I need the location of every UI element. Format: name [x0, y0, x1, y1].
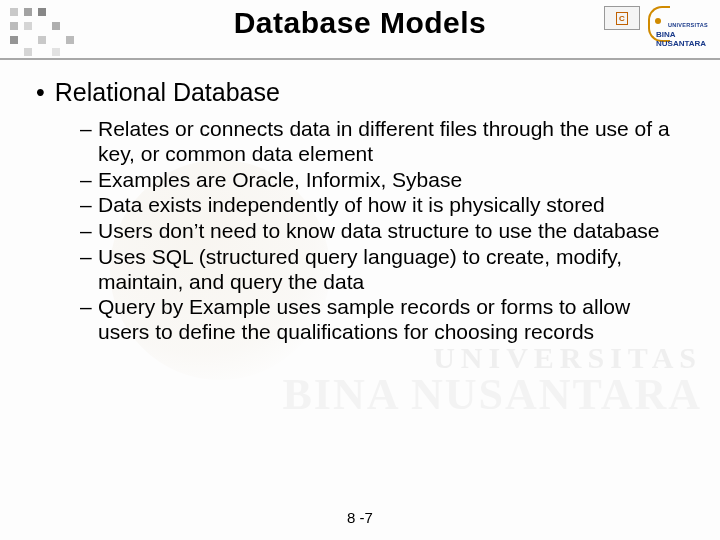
slide-header: Database Models C UNIVERSITAS BINA NUSAN…	[0, 0, 720, 60]
slide: Database Models C UNIVERSITAS BINA NUSAN…	[0, 0, 720, 540]
topic-heading: • Relational Database	[36, 78, 684, 107]
list-item: –Data exists independently of how it is …	[80, 193, 684, 218]
slide-number: 8 -7	[0, 509, 720, 526]
list-item: –Examples are Oracle, Informix, Sybase	[80, 168, 684, 193]
list-item: –Users don’t need to know data structure…	[80, 219, 684, 244]
sub-bullet-list: –Relates or connects data in different f…	[36, 117, 684, 345]
list-item: –Query by Example uses sample records or…	[80, 295, 684, 345]
university-logo: UNIVERSITAS BINA NUSANTARA	[646, 4, 714, 54]
watermark-text: UNIVERSITAS BINA NUSANTARA	[282, 341, 702, 420]
list-item: –Relates or connects data in different f…	[80, 117, 684, 167]
badge-icon: C	[604, 6, 640, 30]
list-item: –Uses SQL (structured query language) to…	[80, 245, 684, 295]
slide-content: • Relational Database –Relates or connec…	[0, 60, 720, 345]
topic-text: Relational Database	[55, 78, 280, 107]
bullet-icon: •	[36, 78, 45, 107]
